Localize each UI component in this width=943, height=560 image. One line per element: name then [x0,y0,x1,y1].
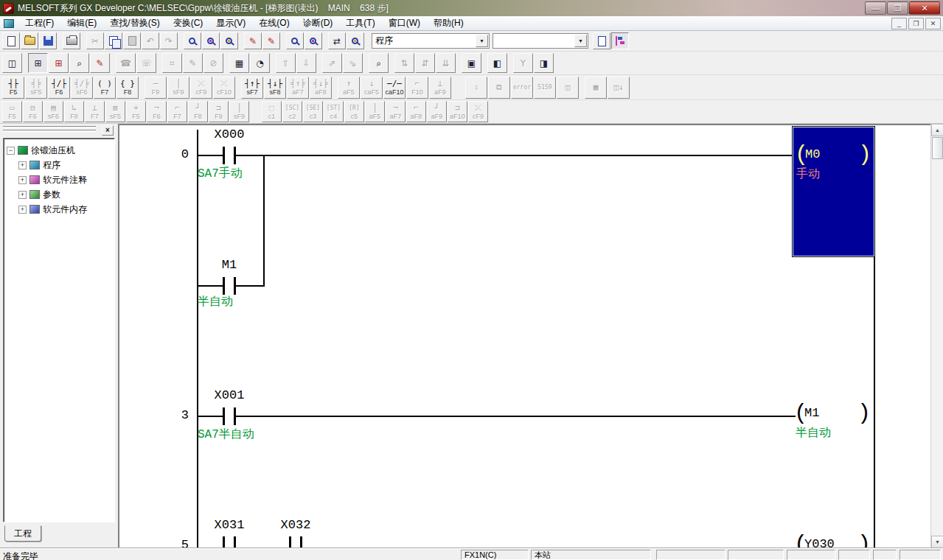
sort-button[interactable]: S1S9 [534,77,556,99]
expand-icon[interactable]: + [18,176,27,184]
sfc-symbol-aF5-button[interactable]: │aF5 [365,101,385,122]
sfc-symbol-c4-button[interactable]: [ST]c4 [324,101,344,122]
disconnect-button[interactable]: ☏ [136,53,156,73]
monitor-test-button[interactable]: ⊘ [203,53,223,73]
scrollbar-thumb[interactable] [932,137,943,159]
vertical-scrollbar[interactable]: ▲ ▼ [930,124,943,548]
find-contact-button[interactable] [286,32,304,49]
contact-device-label[interactable]: X032 [273,518,319,533]
tree-item-2[interactable]: +参数 [5,187,113,202]
redo-button[interactable]: ↷ [160,32,178,49]
undo-button[interactable]: ↶ [142,32,159,49]
panel-close-button[interactable]: × [102,125,114,136]
menu-item-2[interactable]: 查找/替换(S) [103,15,166,31]
contact-device-label[interactable]: X000 [206,127,252,142]
ladder-symbol-caF10-button[interactable]: ─/─caF10 [383,77,406,99]
paste-button[interactable] [123,32,141,49]
panel-gripper[interactable] [3,126,96,133]
tree-item-0[interactable]: +程序 [5,158,113,172]
mdi-minimize-button[interactable]: _ [891,18,907,29]
sfc-symbol-cF9-button[interactable]: ⤬cF9 [468,101,488,122]
ladder-symbol-cF10-button[interactable]: ⤫cF10 [213,77,235,99]
menu-item-0[interactable]: 工程(F) [18,15,60,31]
sfc-symbol-c2-button[interactable]: [SC]c2 [282,101,302,122]
coil-device-label[interactable]: M1 [804,406,819,421]
menu-item-9[interactable]: 帮助(H) [427,15,470,31]
filter-button[interactable]: Y [513,53,533,73]
param-down-button[interactable]: ⇊ [436,53,456,73]
window-prev-button[interactable]: ⇗ [322,53,342,73]
menu-item-5[interactable]: 在线(O) [252,15,296,31]
ladder-symbol-aF5-button[interactable]: ↑aF5 [338,77,360,99]
param-up-button[interactable]: ⇅ [394,53,414,73]
ladder-symbol-F8-button[interactable]: { }F8 [116,77,139,99]
open-project-button[interactable] [21,32,38,49]
branch-device-label[interactable]: M1 [206,258,252,273]
monitor-edit-button[interactable]: ✎ [183,53,203,73]
mdi-close-button[interactable]: ✕ [925,18,941,29]
window-edit-button[interactable]: ◨ [534,53,554,73]
ladder-symbol-aF7-button[interactable]: ╡↑╞aF7 [287,77,309,99]
project-tab[interactable]: 工程 [4,525,41,542]
ladder-symbol-cF9-button[interactable]: ⤬cF9 [190,77,212,99]
find-combo[interactable]: ▼ [493,33,588,49]
statement-write-button[interactable]: ✎ [262,32,280,49]
block-monitor-button[interactable]: ◫ [557,77,579,99]
ladder-symbol-sF6-button[interactable]: ╡/╞sF6 [71,77,93,99]
menu-item-1[interactable]: 编辑(E) [60,15,103,31]
sfc-symbol-c3-button[interactable]: [SE]c3 [303,101,323,122]
sfc-symbol-c5-button[interactable]: [R]c5 [344,101,364,122]
sfc-symbol-F6-button[interactable]: ¬F6 [147,101,167,122]
coil-device-label[interactable]: M0 [805,147,820,162]
tree-down-button[interactable]: ◫↓ [608,77,630,99]
ladder-symbol-sF5-button[interactable]: ╡╞sF5 [25,77,47,99]
comment-display-button[interactable] [593,32,610,49]
ladder-symbol-sF8-button[interactable]: ┤↓├sF8 [264,77,286,99]
ladder-editor[interactable]: 0 X000 SA7手动 M1 半自动 ( M0 ) 手动 3 X001 SA7… [118,124,930,548]
sfc-symbol-F7-button[interactable]: ⊥F7 [85,101,105,122]
param-updown-button[interactable]: ⇵ [415,53,435,73]
entry-monitor-button[interactable]: ◔ [250,53,270,73]
doc-list-button[interactable]: ◧ [487,53,507,73]
chevron-down-icon[interactable]: ▼ [574,35,587,47]
ladder-symbol-aF9-button[interactable]: ⊥aF9 [429,77,451,99]
sfc-symbol-F8-button[interactable]: ┘F8 [188,101,208,122]
sfc-symbol-sF9-button[interactable]: │sF9 [229,101,249,122]
print-button[interactable] [63,32,80,49]
restore-button[interactable]: ❐ [887,1,908,15]
contact-device-label[interactable]: X001 [206,388,252,403]
sfc-symbol-aF7-button[interactable]: ¬aF7 [386,101,406,122]
menu-item-4[interactable]: 显示(V) [209,15,252,31]
find-coil-button[interactable] [305,32,322,49]
cut-button[interactable]: ✂ [86,32,104,49]
transfer-setup-button[interactable]: ⇄ [328,32,346,49]
find-device-button[interactable] [184,32,201,49]
window-next-button[interactable]: ⇘ [343,53,363,73]
ladder-display-button[interactable]: ⊞ [28,53,48,73]
contact-device-label[interactable]: X031 [206,518,252,533]
selected-cell[interactable]: ( M0 ) 手动 [793,127,874,256]
minimize-button[interactable]: — [865,1,886,15]
program-select-combo[interactable]: 程序 ▼ [372,33,490,49]
monitor-17-button[interactable]: ⌗ [162,53,182,73]
program-common-button[interactable]: ◫ [2,53,22,73]
menu-item-6[interactable]: 诊断(D) [296,15,340,31]
write-during-run-button[interactable]: ⇩ [465,77,487,99]
ladder-symbol-sF7-button[interactable]: ┤↑├sF7 [241,77,263,99]
expand-icon[interactable]: + [18,161,27,169]
scroll-up-button[interactable]: ▲ [931,124,943,136]
comment-edit-button[interactable]: ✎ [90,53,110,73]
menu-item-8[interactable]: 窗口(W) [382,15,427,31]
sfc-symbol-aF9-button[interactable]: ┘aF9 [427,101,447,122]
sfc-symbol-aF10-button[interactable]: ⊐aF10 [448,101,467,122]
ladder-symbol-F6-button[interactable]: ┤/├F6 [48,77,70,99]
new-project-button[interactable] [2,32,20,49]
save-project-button[interactable] [39,32,57,49]
buffer-memory-monitor-button[interactable]: ▣ [462,53,481,73]
test-grid-button[interactable]: ▦ [585,77,607,99]
ladder-symbol-F10-button[interactable]: ⌐F10 [406,77,428,99]
device-test-button[interactable]: ⌕ [369,53,389,73]
ladder-symbol-sF9-button[interactable]: │sF9 [167,77,189,99]
monitor-start-button[interactable]: ⇧ [276,53,296,73]
ladder-symbol-F7-button[interactable]: ( )F7 [94,77,116,99]
